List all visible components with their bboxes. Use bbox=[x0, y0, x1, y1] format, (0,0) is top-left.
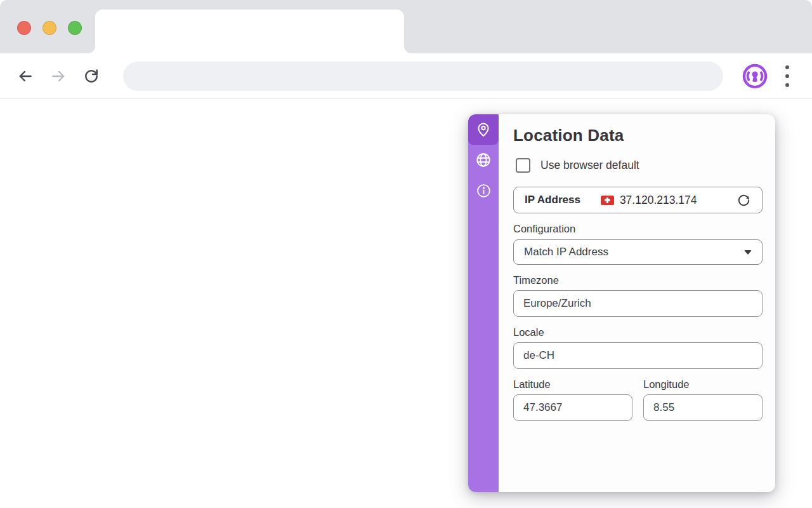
coordinates-row: Latitude Longitude bbox=[513, 369, 763, 421]
chevron-down-icon bbox=[744, 250, 752, 255]
back-icon bbox=[17, 68, 34, 84]
sidebar-item-info[interactable] bbox=[468, 175, 499, 206]
longitude-input[interactable] bbox=[643, 394, 763, 421]
minimize-window-button[interactable] bbox=[43, 21, 56, 35]
forward-button[interactable] bbox=[44, 62, 72, 90]
reload-icon bbox=[83, 68, 100, 84]
popup-title: Location Data bbox=[513, 126, 763, 145]
use-browser-default-checkbox[interactable] bbox=[516, 158, 530, 173]
latitude-input[interactable] bbox=[513, 394, 632, 421]
globe-icon bbox=[475, 152, 492, 168]
popup-content: Location Data Use browser default IP Add… bbox=[499, 114, 775, 492]
locale-input[interactable] bbox=[513, 342, 763, 369]
swiss-flag-icon bbox=[601, 196, 614, 205]
info-icon bbox=[476, 183, 492, 199]
sidebar-item-globe[interactable] bbox=[468, 145, 499, 175]
browser-menu-button[interactable] bbox=[776, 62, 798, 90]
address-bar[interactable] bbox=[123, 62, 723, 91]
privacy-location-extension-logo-icon bbox=[742, 63, 768, 90]
kebab-menu-icon bbox=[785, 65, 789, 69]
timezone-input[interactable] bbox=[513, 290, 763, 317]
configuration-select[interactable]: Match IP Address bbox=[513, 239, 763, 265]
ip-address-value: 37.120.213.174 bbox=[620, 194, 697, 207]
maximize-window-button[interactable] bbox=[68, 21, 82, 35]
refresh-ip-icon bbox=[737, 193, 751, 208]
back-button[interactable] bbox=[11, 62, 39, 90]
configuration-label: Configuration bbox=[513, 223, 763, 235]
configuration-value: Match IP Address bbox=[524, 246, 608, 258]
extension-popup: Location Data Use browser default IP Add… bbox=[468, 114, 775, 492]
page-content: Location Data Use browser default IP Add… bbox=[0, 99, 812, 507]
use-browser-default-label: Use browser default bbox=[540, 159, 639, 172]
longitude-label: Longitude bbox=[643, 378, 763, 391]
ip-address-box: IP Address 37.120.213.174 bbox=[513, 187, 763, 213]
location-pin-icon bbox=[475, 121, 492, 138]
reload-button[interactable] bbox=[77, 62, 105, 90]
refresh-ip-button[interactable] bbox=[735, 191, 752, 209]
extension-button[interactable] bbox=[741, 62, 769, 90]
close-window-button[interactable] bbox=[17, 21, 31, 35]
latitude-label: Latitude bbox=[513, 378, 632, 391]
navigation-bar bbox=[0, 53, 812, 99]
browser-window: Location Data Use browser default IP Add… bbox=[0, 0, 812, 508]
forward-icon bbox=[50, 68, 67, 84]
browser-tab[interactable] bbox=[95, 10, 404, 53]
window-controls bbox=[17, 21, 82, 35]
popup-sidebar bbox=[468, 114, 499, 492]
locale-label: Locale bbox=[513, 326, 763, 338]
use-browser-default-row: Use browser default bbox=[513, 158, 763, 173]
sidebar-item-location[interactable] bbox=[468, 114, 499, 145]
tab-bar bbox=[0, 0, 812, 53]
timezone-label: Timezone bbox=[513, 274, 763, 286]
ip-address-label: IP Address bbox=[525, 194, 580, 206]
